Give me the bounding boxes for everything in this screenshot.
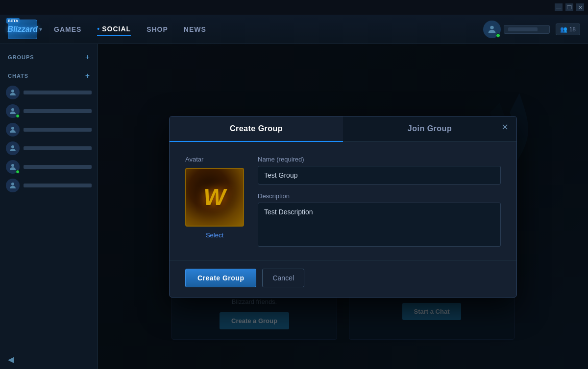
- online-indicator: [496, 33, 500, 38]
- avatar-label: Avatar: [185, 156, 203, 163]
- list-item[interactable]: [0, 176, 98, 195]
- form-section: Name (required) Description: [258, 156, 501, 247]
- sidebar-collapse-button[interactable]: ◀: [8, 355, 14, 364]
- chat-name: [24, 128, 92, 132]
- user-icon: [487, 24, 497, 35]
- minimize-button[interactable]: —: [555, 3, 563, 11]
- avatar-section: Avatar W Select: [185, 156, 244, 239]
- add-chat-button[interactable]: +: [85, 71, 90, 80]
- modal-body: Avatar W Select Name (required) Descrip: [170, 142, 516, 256]
- title-bar: — ❐ ✕: [0, 0, 588, 15]
- chats-header: CHATS +: [0, 69, 98, 83]
- user-icon: [8, 125, 17, 134]
- add-group-button[interactable]: +: [85, 53, 90, 62]
- nav-items: GAMES SOCIAL SHOP NEWS: [54, 23, 483, 36]
- modal-header: Create Group Join Group ✕: [170, 116, 516, 142]
- name-field-group: Name (required): [258, 156, 501, 184]
- user-icon: [8, 181, 17, 190]
- chat-name: [24, 146, 92, 150]
- user-icon: [8, 88, 17, 97]
- modal-footer: Create Group Cancel: [170, 260, 516, 297]
- top-navigation: BETA Blizzard ▾ GAMES SOCIAL SHOP NEWS 👥…: [0, 15, 588, 44]
- chat-avatar: [6, 104, 20, 118]
- content-area: Blizzard friends. Create a Group Start a…: [98, 44, 588, 369]
- friends-count: 18: [569, 26, 576, 33]
- avatar-image: W: [185, 168, 244, 227]
- nav-shop[interactable]: SHOP: [147, 23, 168, 35]
- maximize-button[interactable]: ❐: [565, 3, 573, 11]
- chat-avatar: [6, 141, 20, 155]
- tab-join-group[interactable]: Join Group: [343, 116, 516, 142]
- groups-header: GROUPS +: [0, 50, 98, 65]
- nav-games[interactable]: GAMES: [54, 23, 81, 35]
- list-item[interactable]: [0, 139, 98, 158]
- select-avatar-link[interactable]: Select: [206, 231, 223, 239]
- chat-name: [24, 109, 92, 113]
- list-item[interactable]: [0, 158, 98, 176]
- list-item[interactable]: [0, 102, 98, 120]
- list-item[interactable]: [0, 83, 98, 102]
- svg-point-3: [11, 127, 14, 130]
- svg-point-1: [11, 90, 14, 92]
- friends-icon: 👥: [560, 26, 567, 33]
- chat-avatar: [6, 160, 20, 174]
- modal-close-button[interactable]: ✕: [499, 121, 511, 133]
- online-dot: [16, 170, 20, 174]
- user-avatar-area: [483, 21, 550, 38]
- nav-news[interactable]: NEWS: [184, 23, 206, 35]
- svg-point-2: [11, 108, 14, 111]
- friends-badge[interactable]: 👥 18: [556, 23, 580, 35]
- chat-name: [24, 165, 92, 169]
- svg-point-4: [11, 145, 14, 148]
- main-layout: GROUPS + CHATS +: [0, 44, 588, 369]
- nav-social[interactable]: SOCIAL: [97, 23, 131, 36]
- chat-name: [24, 91, 92, 94]
- user-icon: [8, 144, 17, 153]
- list-item[interactable]: [0, 120, 98, 139]
- chats-label: CHATS: [8, 73, 28, 79]
- online-dot: [16, 114, 20, 118]
- logo-chevron-icon[interactable]: ▾: [39, 26, 42, 33]
- description-textarea[interactable]: [258, 203, 501, 247]
- chat-avatar: [6, 86, 20, 99]
- groups-label: GROUPS: [8, 54, 34, 60]
- modal-tabs: Create Group Join Group: [170, 116, 516, 142]
- modal-overlay: Create Group Join Group ✕ Avatar W Selec…: [98, 44, 588, 369]
- beta-badge: BETA: [6, 18, 20, 23]
- cancel-button[interactable]: Cancel: [262, 269, 304, 287]
- chat-avatar: [6, 179, 20, 192]
- name-label: Name (required): [258, 156, 501, 163]
- logo-text: Blizzard: [7, 25, 37, 34]
- chat-name: [24, 184, 92, 187]
- sidebar-collapse-area: ◀: [8, 355, 14, 364]
- blizzard-logo: BETA Blizzard: [8, 20, 37, 39]
- sidebar: GROUPS + CHATS +: [0, 44, 98, 369]
- username-display[interactable]: [504, 25, 550, 34]
- svg-point-5: [11, 164, 14, 167]
- nav-right: 👥 18: [483, 21, 580, 38]
- chat-avatar: [6, 123, 20, 137]
- logo-area: BETA Blizzard ▾: [8, 20, 42, 39]
- username-bar: [508, 27, 538, 31]
- create-group-modal: Create Group Join Group ✕ Avatar W Selec…: [169, 116, 517, 298]
- name-input[interactable]: [258, 166, 501, 184]
- avatar: [483, 21, 501, 38]
- tab-create-group[interactable]: Create Group: [170, 116, 343, 142]
- close-button[interactable]: ✕: [576, 3, 584, 11]
- description-field-group: Description: [258, 192, 501, 247]
- create-group-button[interactable]: Create Group: [185, 269, 256, 287]
- modal-row: Avatar W Select Name (required) Descrip: [185, 156, 501, 247]
- description-label: Description: [258, 192, 501, 200]
- svg-point-0: [490, 25, 493, 29]
- svg-point-6: [11, 183, 14, 185]
